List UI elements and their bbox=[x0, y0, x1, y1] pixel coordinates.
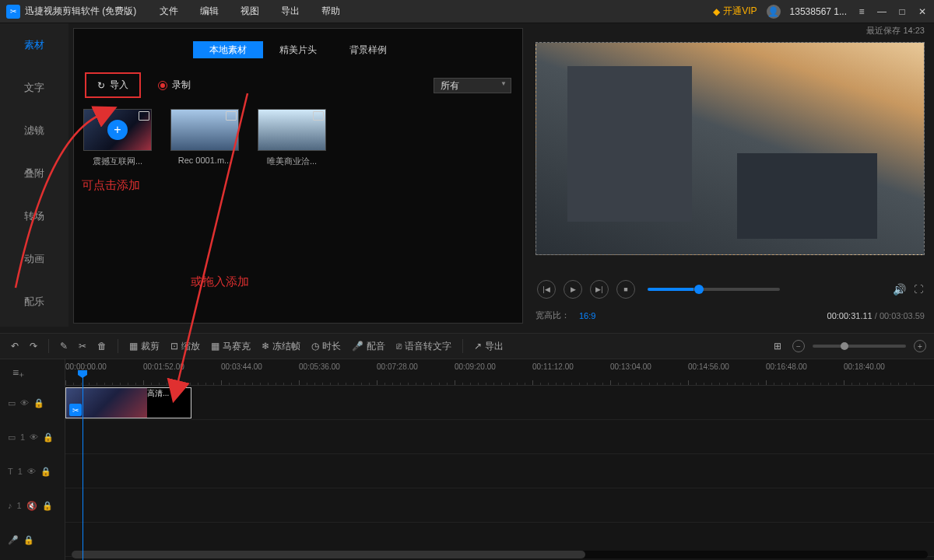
overlay-track-icon: ▭ bbox=[8, 432, 16, 443]
app-logo: ✂ bbox=[6, 5, 20, 19]
volume-icon[interactable]: 🔊 bbox=[893, 283, 906, 296]
preview-meta: 宽高比： 16:9 00:00:31.11 / 00:03:03.59 bbox=[535, 310, 925, 321]
time-current: 00:00:31.11 bbox=[827, 311, 873, 320]
tab-bg[interactable]: 背景样例 bbox=[333, 41, 403, 58]
preview-seek-slider[interactable] bbox=[648, 288, 780, 291]
ruler-tick: 00:09:20.00 bbox=[455, 362, 496, 371]
preview-viewport[interactable] bbox=[535, 42, 925, 255]
nav-music[interactable]: 配乐 bbox=[0, 280, 68, 323]
record-button[interactable]: 录制 bbox=[158, 79, 191, 92]
preview-controls: |◀ ▶ ▶| ■ 🔊 ⛶ bbox=[535, 274, 925, 305]
timeline-ruler[interactable]: 00:00:00.0000:01:52.0000:03:44.0000:05:3… bbox=[65, 359, 934, 386]
ruler-tick: 00:18:40.00 bbox=[844, 362, 885, 371]
annotation-click: 可点击添加 bbox=[82, 178, 140, 193]
crop-button[interactable]: ▦裁剪 bbox=[126, 338, 163, 355]
timeline: ≡₊ ▭👁🔒 ▭1👁🔒 T1👁🔒 ♪1🔇🔒 🎤🔒 00:00:00.0000:0… bbox=[0, 359, 934, 560]
import-button[interactable]: ↻ 导入 bbox=[85, 72, 141, 98]
timeline-scrollbar[interactable] bbox=[72, 551, 928, 558]
ruler-tick: 00:13:04.00 bbox=[610, 362, 651, 371]
tab-local[interactable]: 本地素材 bbox=[193, 41, 263, 58]
zoom-slider[interactable] bbox=[813, 345, 906, 348]
next-frame-button[interactable]: ▶| bbox=[590, 280, 609, 299]
ruler-tick: 00:05:36.00 bbox=[299, 362, 340, 371]
menu-edit[interactable]: 编辑 bbox=[200, 5, 219, 18]
ruler-tick: 00:11:12.00 bbox=[532, 362, 574, 371]
menu-export[interactable]: 导出 bbox=[281, 5, 300, 18]
vip-button[interactable]: ◆ 开通VIP bbox=[713, 5, 757, 18]
nav-filter[interactable]: 滤镜 bbox=[0, 109, 68, 152]
voiceover-button[interactable]: 🎤配音 bbox=[349, 338, 388, 355]
menu-help[interactable]: 帮助 bbox=[321, 5, 340, 18]
export-button[interactable]: ↗导出 bbox=[471, 338, 507, 355]
fit-icon[interactable]: ⊞ bbox=[771, 339, 785, 353]
asset-tabs: 本地素材 精美片头 背景样例 bbox=[74, 29, 522, 58]
delete-icon[interactable]: 🗑 bbox=[94, 339, 110, 353]
maximize-button[interactable]: □ bbox=[897, 6, 908, 17]
side-nav: 素材 文字 滤镜 叠附 转场 动画 配乐 bbox=[0, 23, 68, 327]
menu-view[interactable]: 视图 bbox=[241, 5, 259, 18]
ruler-tick: 00:07:28.00 bbox=[377, 362, 418, 371]
edit-toolbar: ↶ ↷ ✎ ✂ 🗑 ▦裁剪 ⊡缩放 ▦马赛克 ❄冻结帧 ◷时长 🎤配音 ⎚语音转… bbox=[0, 333, 934, 359]
annotation-drag: 或拖入添加 bbox=[191, 275, 249, 289]
ruler-tick: 00:03:44.00 bbox=[221, 362, 262, 371]
mic-track-icon: 🎤 bbox=[8, 535, 19, 545]
track-header-overlay[interactable]: ▭1👁🔒 bbox=[0, 420, 65, 454]
minimize-button[interactable]: — bbox=[876, 6, 887, 17]
track-text[interactable] bbox=[65, 454, 934, 488]
add-icon[interactable]: + bbox=[107, 120, 128, 140]
nav-transition[interactable]: 转场 bbox=[0, 194, 68, 237]
asset-thumb[interactable]: 唯美商业洽... bbox=[258, 109, 326, 167]
track-overlay[interactable] bbox=[65, 420, 934, 454]
stop-button[interactable]: ■ bbox=[616, 280, 635, 299]
asset-thumb[interactable]: Rec 0001.m... bbox=[170, 109, 239, 167]
aspect-value[interactable]: 16:9 bbox=[579, 311, 595, 320]
asset-thumb[interactable]: + 震撼互联网... bbox=[83, 109, 152, 167]
zoom-button[interactable]: ⊡缩放 bbox=[167, 338, 203, 355]
filter-select[interactable]: 所有 bbox=[434, 78, 511, 93]
track-header-video[interactable]: ▭👁🔒 bbox=[0, 386, 65, 420]
mosaic-button[interactable]: ▦马赛克 bbox=[208, 338, 254, 355]
duration-button[interactable]: ◷时长 bbox=[308, 338, 344, 355]
app-title: 迅捷视频剪辑软件 (免费版) bbox=[25, 5, 136, 18]
close-button[interactable]: ✕ bbox=[917, 6, 928, 17]
video-clip[interactable]: ▶震撼互联网科技视频高清... bbox=[65, 387, 191, 418]
thumbnail-grid: + 震撼互联网... Rec 0001.m... 唯美商业洽... bbox=[74, 106, 522, 170]
zoom-in-button[interactable]: + bbox=[914, 340, 926, 352]
timeline-track-headers: ≡₊ ▭👁🔒 ▭1👁🔒 T1👁🔒 ♪1🔇🔒 🎤🔒 bbox=[0, 359, 65, 560]
prev-frame-button[interactable]: |◀ bbox=[537, 280, 556, 299]
add-track-button[interactable]: ≡₊ bbox=[0, 359, 65, 386]
last-save-label: 最近保存 14:23 bbox=[866, 25, 925, 37]
import-icon: ↻ bbox=[97, 80, 105, 91]
track-header-voice[interactable]: 🎤🔒 bbox=[0, 523, 65, 557]
diamond-icon: ◆ bbox=[713, 6, 720, 17]
speech2text-button[interactable]: ⎚语音转文字 bbox=[393, 338, 455, 355]
ruler-tick: 00:01:52.00 bbox=[143, 362, 184, 371]
ruler-tick: 00:14:56.00 bbox=[688, 362, 729, 371]
timeline-body[interactable]: 00:00:00.0000:01:52.0000:03:44.0000:05:3… bbox=[65, 359, 934, 560]
user-name[interactable]: 13538567 1... bbox=[790, 6, 847, 17]
track-audio[interactable] bbox=[65, 488, 934, 523]
freeze-button[interactable]: ❄冻结帧 bbox=[258, 338, 304, 355]
zoom-out-button[interactable]: − bbox=[792, 340, 805, 352]
track-header-audio[interactable]: ♪1🔇🔒 bbox=[0, 488, 65, 523]
menu-icon[interactable]: ≡ bbox=[856, 6, 867, 17]
redo-button[interactable]: ↷ bbox=[26, 339, 40, 353]
track-header-text[interactable]: T1👁🔒 bbox=[0, 454, 65, 488]
tab-intro[interactable]: 精美片头 bbox=[263, 41, 333, 58]
play-button[interactable]: ▶ bbox=[564, 280, 582, 299]
nav-text[interactable]: 文字 bbox=[0, 66, 68, 109]
text-track-icon: T bbox=[8, 467, 13, 476]
nav-animation[interactable]: 动画 bbox=[0, 237, 68, 280]
playhead[interactable] bbox=[83, 376, 83, 560]
undo-button[interactable]: ↶ bbox=[8, 339, 22, 353]
cut-icon[interactable]: ✂ bbox=[75, 339, 90, 353]
track-video[interactable]: ▶震撼互联网科技视频高清... bbox=[65, 386, 934, 420]
menu-file[interactable]: 文件 bbox=[160, 5, 178, 18]
titlebar: ✂ 迅捷视频剪辑软件 (免费版) 文件 编辑 视图 导出 帮助 ◆ 开通VIP … bbox=[0, 0, 934, 23]
nav-assets[interactable]: 素材 bbox=[0, 23, 68, 66]
assets-panel: 本地素材 精美片头 背景样例 ↻ 导入 录制 所有 + 震撼互联网... Rec… bbox=[73, 28, 523, 324]
nav-overlay[interactable]: 叠附 bbox=[0, 152, 68, 194]
time-total: 00:03:03.59 bbox=[880, 311, 925, 320]
edit-icon[interactable]: ✎ bbox=[57, 339, 71, 353]
fullscreen-icon[interactable]: ⛶ bbox=[914, 284, 923, 295]
